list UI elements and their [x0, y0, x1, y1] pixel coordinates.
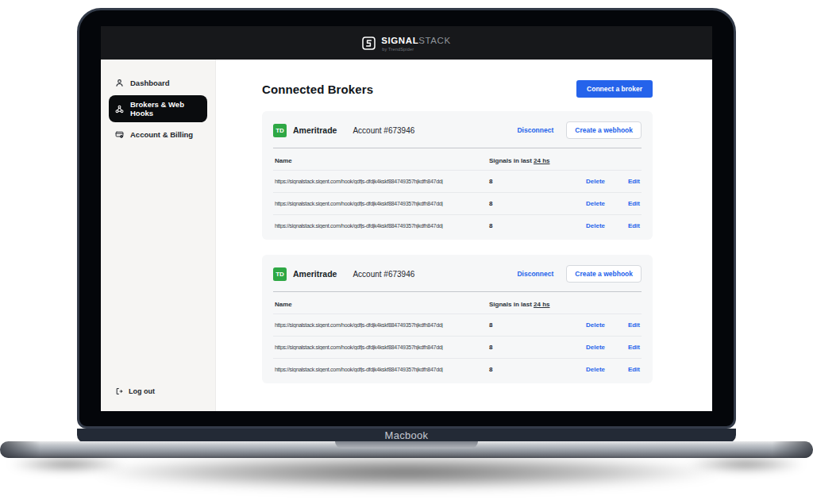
webhook-table-header: Name Signals in last 24 hs: [273, 148, 642, 170]
logo-wordmark: SIGNALSTACK by TrendSpider: [381, 35, 451, 51]
delete-link[interactable]: Delete: [586, 200, 605, 207]
webhook-url: https://signalstack.sigent.com/hook/gdfj…: [275, 179, 489, 184]
create-webhook-button[interactable]: Create a webhook: [566, 121, 642, 139]
webhook-row: https://signalstack.sigent.com/hook/gdfj…: [273, 192, 642, 214]
webhook-url: https://signalstack.sigent.com/hook/gdfj…: [275, 223, 489, 229]
device-label: Macbook: [385, 429, 429, 441]
sidebar-item-label: Dashboard: [130, 79, 170, 87]
broker-card: TD Ameritrade Account #673946 Disconnect…: [262, 255, 653, 383]
signalstack-logo: SIGNALSTACK by TrendSpider: [362, 35, 451, 51]
delete-link[interactable]: Delete: [586, 321, 605, 329]
disconnect-link[interactable]: Disconnect: [517, 270, 553, 278]
webhook-row: https://signalstack.sigent.com/hook/gdfj…: [273, 314, 642, 336]
logo-byline: by TrendSpider: [382, 44, 414, 54]
signals-count: 8: [489, 222, 586, 229]
td-ameritrade-logo: TD: [273, 267, 287, 281]
edit-link[interactable]: Edit: [628, 178, 640, 185]
logout-icon: [115, 387, 123, 395]
laptop-screen: SIGNALSTACK by TrendSpider Dashboard: [77, 8, 736, 429]
edit-link[interactable]: Edit: [628, 200, 640, 207]
dashboard-person-icon: [115, 79, 124, 87]
signals-count: 8: [489, 200, 586, 207]
create-webhook-button[interactable]: Create a webhook: [566, 265, 642, 283]
webhook-icon: [115, 105, 124, 113]
webhook-url: https://signalstack.sigent.com/hook/gdfj…: [275, 201, 489, 206]
webhook-row: https://signalstack.sigent.com/hook/gdfj…: [273, 214, 642, 237]
sidebar-item-label: Account & Billing: [130, 130, 193, 139]
broker-account-number: Account #673946: [353, 270, 414, 279]
webhook-url: https://signalstack.sigent.com/hook/gdfj…: [275, 322, 489, 328]
page-title: Connected Brokers: [262, 83, 373, 96]
laptop-shadow-left: [8, 457, 127, 471]
laptop-shadow-right: [686, 457, 805, 471]
main-content: Connected Brokers Connect a broker TD Am…: [216, 60, 712, 411]
webhook-row: https://signalstack.sigent.com/hook/gdfj…: [273, 336, 642, 358]
broker-name: Ameritrade: [293, 125, 337, 135]
sidebar-item-label: Brokers & Web Hooks: [130, 100, 201, 117]
td-ameritrade-logo: TD: [273, 124, 287, 137]
sidebar: Dashboard Brokers & Web Hooks: [101, 60, 216, 411]
edit-link[interactable]: Edit: [628, 222, 640, 229]
webhook-table-header: Name Signals in last 24 hs: [273, 292, 642, 314]
column-header-signals: Signals in last 24 hs: [489, 157, 586, 164]
signals-count: 8: [489, 344, 586, 351]
signals-count: 8: [489, 366, 586, 373]
laptop-shadow: [95, 456, 718, 489]
laptop-mockup: SIGNALSTACK by TrendSpider Dashboard: [0, 0, 813, 504]
sidebar-item-account-billing[interactable]: Account & Billing: [109, 125, 207, 144]
sidebar-item-brokers-webhooks[interactable]: Brokers & Web Hooks: [109, 95, 207, 122]
webhook-row: https://signalstack.sigent.com/hook/gdfj…: [273, 170, 642, 192]
logout-button[interactable]: Log out: [109, 384, 207, 398]
signals-count: 8: [489, 321, 586, 329]
signals-period-toggle[interactable]: 24 hs: [534, 157, 549, 164]
app-topbar: SIGNALSTACK by TrendSpider: [101, 26, 712, 60]
app-window: SIGNALSTACK by TrendSpider Dashboard: [101, 26, 712, 411]
logo-text-stack: STACK: [418, 36, 451, 45]
disconnect-link[interactable]: Disconnect: [517, 126, 553, 134]
edit-link[interactable]: Edit: [628, 344, 640, 351]
delete-link[interactable]: Delete: [586, 344, 605, 351]
webhook-url: https://signalstack.sigent.com/hook/gdfj…: [275, 344, 489, 350]
webhook-row: https://signalstack.sigent.com/hook/gdfj…: [273, 358, 642, 380]
webhook-url: https://signalstack.sigent.com/hook/gdfj…: [275, 367, 489, 372]
connect-broker-button[interactable]: Connect a broker: [576, 80, 653, 98]
delete-link[interactable]: Delete: [586, 178, 605, 185]
billing-card-icon: [115, 130, 124, 139]
laptop-base-notch: [335, 441, 478, 448]
signals-period-toggle[interactable]: 24 hs: [534, 301, 549, 308]
column-header-name: Name: [275, 301, 489, 308]
signals-count: 8: [489, 178, 586, 185]
signalstack-logo-icon: [362, 37, 376, 50]
broker-name: Ameritrade: [293, 269, 337, 279]
edit-link[interactable]: Edit: [628, 366, 640, 373]
edit-link[interactable]: Edit: [628, 321, 640, 329]
delete-link[interactable]: Delete: [586, 222, 605, 229]
broker-account-number: Account #673946: [353, 126, 414, 135]
sidebar-item-dashboard[interactable]: Dashboard: [109, 74, 207, 92]
logout-label: Log out: [129, 387, 155, 395]
column-header-name: Name: [275, 157, 489, 164]
broker-card: TD Ameritrade Account #673946 Disconnect…: [262, 111, 653, 240]
delete-link[interactable]: Delete: [586, 366, 605, 373]
column-header-signals: Signals in last 24 hs: [489, 301, 586, 308]
